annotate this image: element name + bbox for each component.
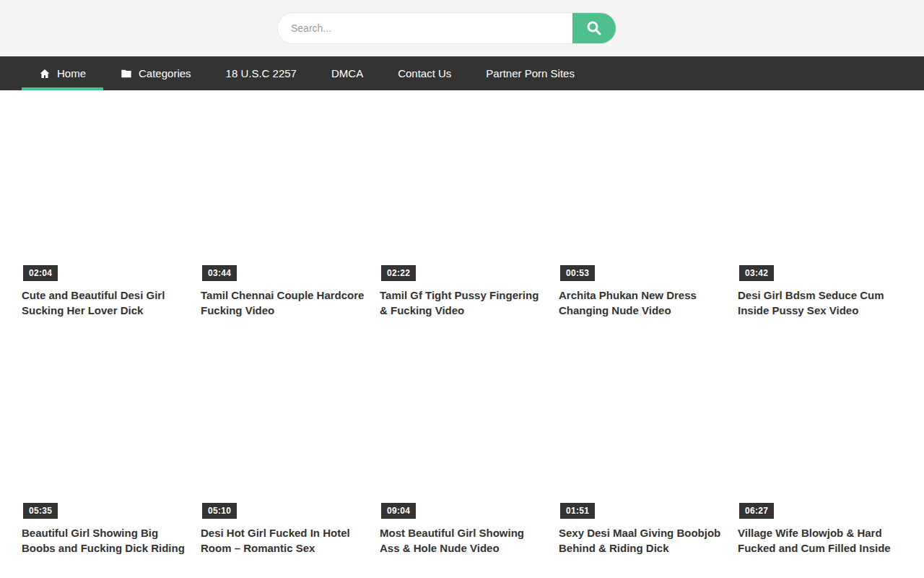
video-card[interactable]: 02:04 Cute and Beautiful Desi Girl Sucki… <box>22 103 186 318</box>
video-thumbnail[interactable]: 05:35 <box>22 341 186 521</box>
duration-badge: 05:35 <box>23 503 58 519</box>
video-thumbnail[interactable]: 06:27 <box>738 341 902 521</box>
video-title[interactable]: Desi Hot Girl Fucked In Hotel Room – Rom… <box>201 525 365 556</box>
video-thumbnail[interactable]: 00:53 <box>559 103 723 283</box>
nav-item-dmca[interactable]: DMCA <box>314 56 380 90</box>
nav-item-label: 18 U.S.C 2257 <box>226 67 297 79</box>
video-card[interactable]: 05:10 Desi Hot Girl Fucked In Hotel Room… <box>201 341 365 556</box>
nav-item-2257[interactable]: 18 U.S.C 2257 <box>209 56 314 90</box>
duration-badge: 09:04 <box>381 503 416 519</box>
duration-badge: 03:44 <box>202 265 237 281</box>
home-icon <box>39 68 51 79</box>
duration-badge: 01:51 <box>560 503 595 519</box>
search-form <box>277 12 616 44</box>
search-icon <box>585 20 603 37</box>
video-title[interactable]: Village Wife Blowjob & Hard Fucked and C… <box>738 525 902 556</box>
video-card[interactable]: 02:22 Tamil Gf Tight Pussy Fingering & F… <box>380 103 544 318</box>
nav-item-partner-sites[interactable]: Partner Porn Sites <box>468 56 592 90</box>
content-area: 02:04 Cute and Beautiful Desi Girl Sucki… <box>0 90 924 556</box>
folder-icon <box>121 68 132 79</box>
nav-item-label: Partner Porn Sites <box>486 67 575 79</box>
video-title[interactable]: Most Beautiful Girl Showing Ass & Hole N… <box>380 525 544 556</box>
nav-item-contact-us[interactable]: Contact Us <box>380 56 468 90</box>
duration-badge: 06:27 <box>739 503 774 519</box>
nav-item-label: Contact Us <box>398 67 451 79</box>
search-button[interactable] <box>572 13 616 43</box>
video-card[interactable]: 09:04 Most Beautiful Girl Showing Ass & … <box>380 341 544 556</box>
duration-badge: 00:53 <box>560 265 595 281</box>
video-thumbnail[interactable]: 03:42 <box>738 103 902 283</box>
video-title[interactable]: Beautiful Girl Showing Big Boobs and Fuc… <box>22 525 186 556</box>
nav-item-home[interactable]: Home <box>22 56 103 90</box>
duration-badge: 03:42 <box>739 265 774 281</box>
main-nav: Home Categories 18 U.S.C 2257 DMCA Conta… <box>0 56 924 90</box>
video-card[interactable]: 01:51 Sexy Desi Maal Giving Boobjob Behi… <box>559 341 723 556</box>
nav-item-label: Home <box>57 67 86 79</box>
video-title[interactable]: Cute and Beautiful Desi Girl Sucking Her… <box>22 288 186 318</box>
video-thumbnail[interactable]: 02:04 <box>22 103 186 283</box>
search-input[interactable] <box>278 13 572 43</box>
nav-item-label: DMCA <box>331 67 363 79</box>
video-thumbnail[interactable]: 05:10 <box>201 341 365 521</box>
duration-badge: 02:22 <box>381 265 416 281</box>
video-title[interactable]: Sexy Desi Maal Giving Boobjob Behind & R… <box>559 525 723 556</box>
video-thumbnail[interactable]: 09:04 <box>380 341 544 521</box>
video-thumbnail[interactable]: 02:22 <box>380 103 544 283</box>
video-title[interactable]: Desi Girl Bdsm Seduce Cum Inside Pussy S… <box>738 288 902 318</box>
video-thumbnail[interactable]: 03:44 <box>201 103 365 283</box>
video-card[interactable]: 05:35 Beautiful Girl Showing Big Boobs a… <box>22 341 186 556</box>
nav-item-categories[interactable]: Categories <box>103 56 209 90</box>
video-title[interactable]: Archita Phukan New Dress Changing Nude V… <box>559 288 723 318</box>
video-card[interactable]: 03:42 Desi Girl Bdsm Seduce Cum Inside P… <box>738 103 902 318</box>
video-card[interactable]: 00:53 Archita Phukan New Dress Changing … <box>559 103 723 318</box>
video-card[interactable]: 03:44 Tamil Chennai Couple Hardcore Fuck… <box>201 103 365 318</box>
duration-badge: 02:04 <box>23 265 58 281</box>
duration-badge: 05:10 <box>202 503 237 519</box>
video-card[interactable]: 06:27 Village Wife Blowjob & Hard Fucked… <box>738 341 902 556</box>
video-title[interactable]: Tamil Chennai Couple Hardcore Fucking Vi… <box>201 288 365 318</box>
top-header <box>0 0 924 56</box>
video-thumbnail[interactable]: 01:51 <box>559 341 723 521</box>
video-title[interactable]: Tamil Gf Tight Pussy Fingering & Fucking… <box>380 288 544 318</box>
video-grid: 02:04 Cute and Beautiful Desi Girl Sucki… <box>22 103 902 556</box>
nav-item-label: Categories <box>139 67 191 79</box>
